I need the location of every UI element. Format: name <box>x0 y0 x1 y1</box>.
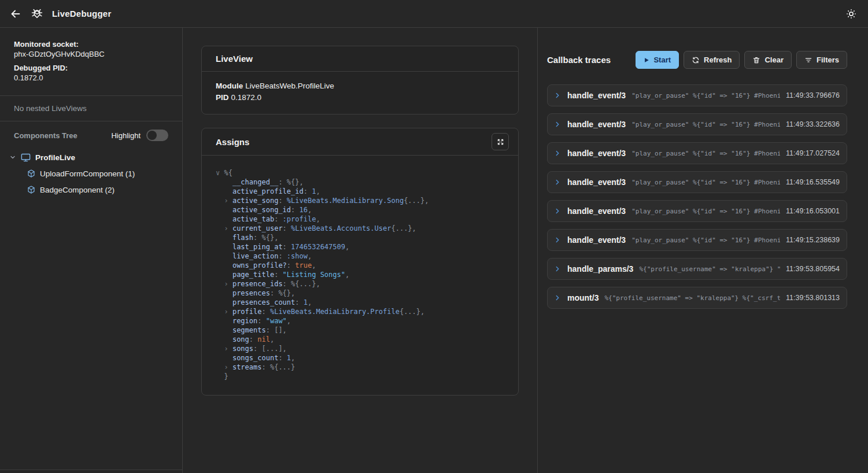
play-icon <box>644 57 649 63</box>
chevron-right-icon <box>553 149 562 157</box>
trace-row[interactable]: handle_event/3 "play_or_pause" %{"id" =>… <box>547 171 847 193</box>
chevron-right-icon <box>553 236 562 244</box>
toggle-knob <box>147 131 157 140</box>
filter-icon <box>804 56 812 64</box>
filters-button[interactable]: Filters <box>796 51 847 69</box>
trace-callback-name: handle_event/3 <box>567 120 626 129</box>
trace-callback-name: handle_params/3 <box>567 264 633 274</box>
components-tree-label: Components Tree <box>14 131 111 140</box>
chevron-right-icon <box>553 178 562 186</box>
chevron-right-icon <box>553 207 562 215</box>
liveview-card-title: LiveView <box>216 54 253 64</box>
trace-row[interactable]: handle_event/3 "play_or_pause" %{"id" =>… <box>547 229 847 251</box>
trace-row[interactable]: handle_event/3 "play_or_pause" %{"id" =>… <box>547 200 847 222</box>
socket-info-section: Monitored socket: phx-GDztOyGHvKDdqBBC D… <box>0 28 182 95</box>
sidebar-spacer <box>0 198 182 470</box>
trace-list: handle_event/3 "play_or_pause" %{"id" =>… <box>547 84 847 309</box>
arrow-left-icon <box>9 8 22 20</box>
no-nested-liveviews-text: No nested LiveViews <box>0 96 182 121</box>
debugged-pid-value: 0.1872.0 <box>14 73 168 83</box>
trace-args: %{"profile_username" => "kraleppa"} "htt… <box>639 265 780 273</box>
tree-item-badgecomponent[interactable]: BadgeComponent (2) <box>9 182 182 198</box>
trace-callback-name: handle_event/3 <box>567 206 626 216</box>
main-column: LiveView ModuleLiveBeatsWeb.ProfileLive … <box>183 28 537 473</box>
trace-timestamp: 11:49:16.535549 <box>786 178 840 186</box>
trace-callback-name: handle_event/3 <box>567 91 626 100</box>
trace-row[interactable]: mount/3 %{"profile_username" => "kralepp… <box>547 287 847 309</box>
refresh-button-label: Refresh <box>704 56 732 64</box>
trace-row[interactable]: handle_params/3 %{"profile_username" => … <box>547 258 847 280</box>
tree-item-profilelive[interactable]: ProfileLive <box>9 149 182 165</box>
topbar: LiveDebugger <box>0 0 868 28</box>
assigns-code[interactable]: ∨ %{ __changed__: %{}, active_profile_id… <box>202 156 518 395</box>
bug-icon <box>30 7 44 21</box>
sidebar: Monitored socket: phx-GDztOyGHvKDdqBBC D… <box>0 28 183 473</box>
components-tree-header: Components Tree Highlight <box>0 121 182 145</box>
tree-item-label: UploadFormComponent (1) <box>40 169 135 178</box>
trace-row[interactable]: handle_event/3 "play_or_pause" %{"id" =>… <box>547 84 847 106</box>
theme-toggle-button[interactable] <box>845 8 858 20</box>
callback-traces-header: Callback traces Start Refresh <box>547 51 847 69</box>
callback-traces-title: Callback traces <box>547 55 636 65</box>
cube-icon <box>27 185 36 194</box>
trace-callback-name: handle_event/3 <box>567 149 626 158</box>
trace-callback-name: mount/3 <box>567 293 599 302</box>
trace-timestamp: 11:49:15.238639 <box>786 236 840 244</box>
trace-args: "play_or_pause" %{"id" => "16"} #Phoenix… <box>631 121 780 128</box>
tree-item-label: BadgeComponent (2) <box>40 186 114 194</box>
trace-timestamp: 11:49:33.322636 <box>786 120 840 128</box>
trace-timestamp: 11:49:17.027524 <box>786 149 840 157</box>
tree-item-label: ProfileLive <box>35 153 75 162</box>
clear-button-label: Clear <box>764 56 784 64</box>
chevron-right-icon <box>553 120 562 128</box>
trace-args: "play_or_pause" %{"id" => "16"} #Phoenix… <box>631 92 780 99</box>
pid-label: PID <box>216 93 229 102</box>
trace-row[interactable]: handle_event/3 "play_or_pause" %{"id" =>… <box>547 142 847 164</box>
module-label: Module <box>216 82 243 90</box>
trace-args: "play_or_pause" %{"id" => "16"} #Phoenix… <box>631 150 780 157</box>
chevron-right-icon <box>553 91 562 99</box>
fullscreen-button[interactable] <box>492 133 509 150</box>
sidebar-footer <box>0 470 182 473</box>
module-value: LiveBeatsWeb.ProfileLive <box>245 82 334 90</box>
app-title: LiveDebugger <box>52 9 111 19</box>
traces-button-row: Start Refresh Clear <box>636 51 847 69</box>
trace-timestamp: 11:39:53.805954 <box>786 265 840 273</box>
clear-button[interactable]: Clear <box>744 51 792 69</box>
callback-traces-panel: Callback traces Start Refresh <box>537 28 868 473</box>
pid-row: PID0.1872.0 <box>216 92 504 104</box>
assigns-card: Assigns ∨ %{ __changed__: %{}, active_pr… <box>201 128 519 396</box>
trash-icon <box>752 56 760 64</box>
liveview-card-header: LiveView <box>202 46 518 72</box>
trace-callback-name: handle_event/3 <box>567 178 626 187</box>
highlight-label: Highlight <box>111 131 141 140</box>
trace-callback-name: handle_event/3 <box>567 235 626 245</box>
highlight-toggle[interactable] <box>146 130 168 141</box>
start-button[interactable]: Start <box>636 51 679 69</box>
tree-item-uploadformcomponent[interactable]: UploadFormComponent (1) <box>9 165 182 182</box>
liveview-card-body: ModuleLiveBeatsWeb.ProfileLive PID0.1872… <box>202 72 518 114</box>
assigns-card-header: Assigns <box>202 128 518 156</box>
back-button[interactable] <box>9 8 22 20</box>
assigns-card-title: Assigns <box>216 137 249 147</box>
start-button-label: Start <box>653 56 671 64</box>
monitored-socket-label: Monitored socket: <box>14 39 168 49</box>
sun-icon <box>845 8 858 20</box>
trace-args: %{"profile_username" => "kraleppa"} %{"_… <box>604 294 780 302</box>
refresh-button[interactable]: Refresh <box>684 51 740 69</box>
liveview-card: LiveView ModuleLiveBeatsWeb.ProfileLive … <box>201 46 519 114</box>
monitored-socket-value: phx-GDztOyGHvKDdqBBC <box>14 49 168 59</box>
trace-timestamp: 11:49:33.796676 <box>786 91 840 99</box>
trace-timestamp: 11:39:53.801313 <box>786 294 840 302</box>
module-row: ModuleLiveBeatsWeb.ProfileLive <box>216 80 504 92</box>
chevron-right-icon <box>553 294 562 302</box>
trace-row[interactable]: handle_event/3 "play_or_pause" %{"id" =>… <box>547 113 847 135</box>
filters-button-label: Filters <box>817 56 839 64</box>
monitor-icon <box>20 152 31 163</box>
pid-value: 0.1872.0 <box>231 93 262 102</box>
chevron-right-icon <box>553 265 562 273</box>
components-tree: ProfileLive UploadFormComponent (1) Badg… <box>0 145 182 198</box>
trace-args: "play_or_pause" %{"id" => "16"} #Phoenix… <box>631 179 780 186</box>
cube-icon <box>27 169 36 178</box>
trace-args: "play_or_pause" %{"id" => "16"} #Phoenix… <box>631 236 780 244</box>
